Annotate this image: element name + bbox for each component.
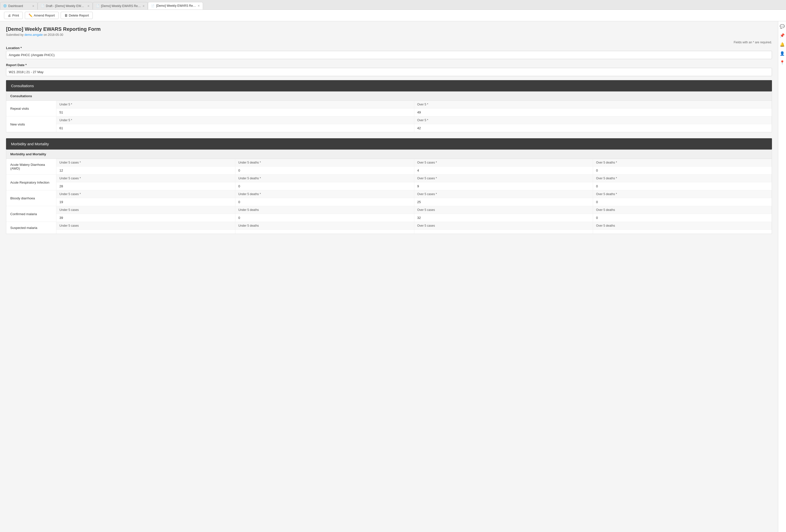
amend-report-button[interactable]: ✏️ Amend Report: [25, 12, 59, 19]
morb-field-value-0-3: 0: [593, 167, 772, 174]
morb-field-value-4-3: [593, 230, 772, 234]
morb-row-1: Acute Respiratory Infection Under 5 case…: [6, 175, 772, 190]
morb-field-header-1-2: Over 5 cases *: [414, 175, 593, 182]
tab-label-tab-demo2: [Demo] Weekly EWARS Reporting Form: [156, 4, 196, 7]
location-icon[interactable]: 📍: [779, 59, 785, 65]
morb-field-4-2: Over 5 cases: [414, 222, 593, 234]
consult-row-fields-1: Under 5 * 61 Over 5 * 42: [56, 117, 772, 132]
morb-field-value-1-2: 9: [414, 182, 593, 190]
required-note: Fields with an * are required.: [6, 41, 772, 44]
report-date-label: Report Date *: [6, 63, 772, 67]
morb-field-3-3: Over 5 deaths 0: [593, 206, 772, 222]
morb-field-header-2-3: Over 5 deaths *: [593, 190, 772, 198]
consult-field-value-1-1: 42: [414, 124, 772, 132]
consult-field-header-0-1: Over 5 *: [414, 101, 772, 108]
morb-field-3-0: Under 5 cases 39: [56, 206, 235, 222]
consult-row-1: New visits Under 5 * 61 Over 5 * 42: [6, 117, 772, 132]
morb-field-value-3-3: 0: [593, 214, 772, 222]
morb-field-value-4-0: [56, 230, 235, 234]
morbidity-table: Morbidity and Mortality Acute Watery Dia…: [6, 149, 772, 234]
bell-icon[interactable]: 🔔: [779, 41, 785, 47]
tab-close-tab-draft[interactable]: ×: [88, 4, 90, 8]
morb-field-value-0-0: 12: [56, 167, 235, 174]
toolbar: 🖨 Print ✏️ Amend Report 🗑 Delete Report: [0, 10, 786, 21]
location-input[interactable]: [6, 51, 772, 59]
morb-field-header-4-2: Over 5 cases: [414, 222, 593, 230]
morb-field-value-3-0: 39: [56, 214, 235, 222]
morb-field-value-2-0: 19: [56, 198, 235, 206]
print-icon: 🖨: [8, 14, 11, 17]
morbidity-section-header: Morbidity and Mortality: [6, 138, 772, 149]
tab-label-tab-demo1: [Demo] Weekly EWARS Reporting Form: [101, 4, 141, 8]
submitted-user-link[interactable]: demo.amgate: [24, 33, 43, 37]
morb-field-header-0-3: Over 5 deaths *: [593, 159, 772, 167]
morb-field-header-1-0: Under 5 cases *: [56, 175, 235, 182]
morb-field-value-3-1: 0: [235, 214, 414, 222]
consult-field-header-1-0: Under 5 *: [56, 117, 414, 124]
morb-field-1-0: Under 5 cases * 28: [56, 175, 235, 190]
morb-field-2-0: Under 5 cases * 19: [56, 190, 235, 206]
tab-demo2[interactable]: 📄 [Demo] Weekly EWARS Reporting Form ×: [148, 2, 203, 9]
tab-demo1[interactable]: 📄 [Demo] Weekly EWARS Reporting Form ×: [93, 2, 148, 9]
pin-icon[interactable]: 📌: [779, 32, 785, 38]
morb-field-value-1-0: 28: [56, 182, 235, 190]
delete-icon: 🗑: [64, 14, 68, 17]
morb-field-4-1: Under 5 deaths: [235, 222, 414, 234]
morb-row-label-4: Suspected malaria: [6, 222, 56, 234]
morb-field-1-2: Over 5 cases * 9: [414, 175, 593, 190]
morb-field-header-4-1: Under 5 deaths: [235, 222, 414, 230]
morb-row-fields-3: Under 5 cases 39 Under 5 deaths 0 Over 5…: [56, 206, 772, 222]
morbidity-table-header: Morbidity and Mortality: [6, 150, 772, 159]
tab-icon-tab-demo2: 📄: [151, 4, 155, 7]
morb-row-3: Confirmed malaria Under 5 cases 39 Under…: [6, 206, 772, 222]
form-content: [Demo] Weekly EWARS Reporting Form Submi…: [0, 21, 778, 245]
morb-field-header-4-0: Under 5 cases: [56, 222, 235, 230]
morb-field-value-2-3: 0: [593, 198, 772, 206]
consult-row-label-1: New visits: [6, 117, 56, 132]
tab-close-tab-dashboard[interactable]: ×: [32, 4, 34, 8]
report-date-field-group: Report Date *: [6, 63, 772, 76]
morb-field-value-2-2: 25: [414, 198, 593, 206]
morb-field-header-1-3: Over 5 deaths *: [593, 175, 772, 182]
print-button[interactable]: 🖨 Print: [4, 12, 23, 19]
consult-field-header-0-0: Under 5 *: [56, 101, 414, 108]
tab-bar: 🌐 Dashboard × 📄 Draft - [Demo] Weekly EW…: [0, 0, 786, 9]
morb-field-value-4-1: [235, 230, 414, 234]
consultations-section-header: Consultations: [6, 80, 772, 91]
morb-field-header-0-2: Over 5 cases *: [414, 159, 593, 167]
morb-field-header-2-0: Under 5 cases *: [56, 190, 235, 198]
tab-draft[interactable]: 📄 Draft - [Demo] Weekly EWARS Reporting …: [38, 2, 93, 9]
content-area: [Demo] Weekly EWARS Reporting Form Submi…: [0, 21, 778, 532]
consultations-table-header: Consultations: [6, 92, 772, 101]
report-date-input[interactable]: [6, 68, 772, 76]
consult-field-0-0: Under 5 * 51: [56, 101, 414, 116]
morb-field-value-1-3: 0: [593, 182, 772, 190]
tab-dashboard[interactable]: 🌐 Dashboard ×: [0, 2, 38, 9]
consult-row-fields-0: Under 5 * 51 Over 5 * 49: [56, 101, 772, 116]
person-icon[interactable]: 👤: [779, 50, 785, 56]
morb-field-header-3-0: Under 5 cases: [56, 206, 235, 214]
right-sidebar: 💬📌🔔👤📍: [778, 21, 786, 532]
consult-field-value-1-0: 61: [56, 124, 414, 132]
morb-row-fields-4: Under 5 cases Under 5 deaths Over 5 case…: [56, 222, 772, 234]
morb-field-1-1: Under 5 deaths * 0: [235, 175, 414, 190]
morb-row-fields-0: Under 5 cases * 12 Under 5 deaths * 0 Ov…: [56, 159, 772, 174]
morb-field-value-3-2: 32: [414, 214, 593, 222]
consult-row-label-0: Repeat visits: [6, 101, 56, 116]
delete-report-button[interactable]: 🗑 Delete Report: [61, 12, 93, 19]
morb-field-value-1-1: 0: [235, 182, 414, 190]
morb-field-4-3: Over 5 deaths: [593, 222, 772, 234]
tab-close-tab-demo1[interactable]: ×: [143, 4, 145, 8]
morb-field-header-0-0: Under 5 cases *: [56, 159, 235, 167]
morb-row-label-1: Acute Respiratory Infection: [6, 175, 56, 190]
morb-field-2-3: Over 5 deaths * 0: [593, 190, 772, 206]
morb-field-header-3-1: Under 5 deaths: [235, 206, 414, 214]
morb-field-header-2-1: Under 5 deaths *: [235, 190, 414, 198]
tab-icon-tab-dashboard: 🌐: [3, 4, 7, 7]
tab-close-tab-demo2[interactable]: ×: [198, 4, 200, 8]
tab-icon-tab-demo1: 📄: [96, 4, 99, 7]
morb-field-header-3-3: Over 5 deaths: [593, 206, 772, 214]
chat-icon[interactable]: 💬: [779, 23, 785, 29]
morb-field-4-0: Under 5 cases: [56, 222, 235, 234]
location-field-group: Location *: [6, 46, 772, 59]
